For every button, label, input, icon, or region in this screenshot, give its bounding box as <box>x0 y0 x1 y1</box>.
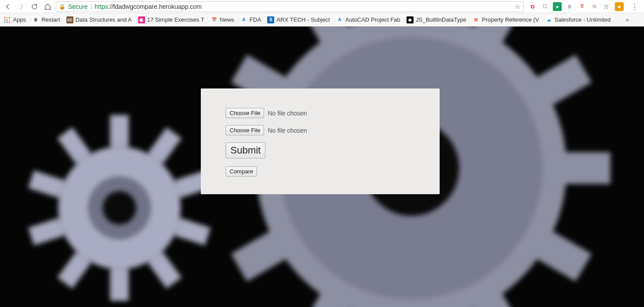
bookmark-item[interactable]: ☁Salesforce - Unlimited <box>545 16 611 23</box>
bookmark-star-icon[interactable]: ☆ <box>514 2 521 11</box>
bookmarks-bar: Apps 🗎RestartccData Structures and A◉17 … <box>0 13 644 27</box>
browser-menu-button[interactable]: ⋮ <box>628 2 641 12</box>
faint-icon[interactable]: ⧉ <box>590 2 599 11</box>
url-rest: ://fdadwgcompare.herokuapp.com <box>108 3 202 10</box>
svg-rect-33 <box>28 218 64 246</box>
svg-rect-10 <box>395 27 427 29</box>
bookmark-label: ARX TECH - Subject <box>276 16 330 23</box>
bookmark-item[interactable]: ◆JS_BuiltInDataType <box>406 16 466 23</box>
bookmark-favicon-icon: ⊞ <box>472 16 479 23</box>
bookmark-item[interactable]: ⊞Property Reference (V <box>472 16 539 23</box>
svg-point-1 <box>7 17 8 18</box>
green-square-icon[interactable]: ● <box>553 2 562 11</box>
svg-point-3 <box>4 19 6 20</box>
bookmark-item[interactable]: ccData Structures and A <box>66 16 132 23</box>
bookmark-label: Salesforce - Unlimited <box>555 16 611 23</box>
svg-point-0 <box>4 17 6 18</box>
secure-label: Secure <box>68 3 88 10</box>
page-viewport: Choose File No file chosen Choose File N… <box>0 27 644 307</box>
bookmark-item[interactable]: ◉17 Simple Exercises T <box>138 16 204 23</box>
bookmark-label: AutoCAD Project Fab <box>345 16 400 23</box>
bookmark-item[interactable]: AFDA <box>240 16 261 23</box>
bookmark-label: FDA <box>249 16 261 23</box>
bookmark-item[interactable]: 📅News <box>211 16 234 23</box>
bookmark-favicon-icon: cc <box>66 16 73 23</box>
svg-point-2 <box>9 17 10 18</box>
reload-button[interactable] <box>29 1 40 12</box>
svg-point-6 <box>4 21 6 23</box>
grey-b-icon[interactable]: B <box>565 2 574 11</box>
svg-rect-13 <box>551 152 610 184</box>
cart-icon[interactable]: 🛒 <box>602 2 611 11</box>
file-status-2: No file chosen <box>268 127 307 134</box>
bookmark-label: News <box>220 16 234 23</box>
bookmark-favicon-icon: 🗎 <box>32 16 39 23</box>
chat-icon[interactable]: ☐ <box>540 2 549 11</box>
bookmark-label: JS_BuiltInDataType <box>416 16 466 23</box>
svg-rect-26 <box>110 115 129 146</box>
submit-button[interactable]: Submit <box>226 142 265 158</box>
url-scheme: https <box>95 3 108 10</box>
bookmark-label: Data Structures and A <box>76 16 132 23</box>
bookmark-item[interactable]: SARX TECH - Subject <box>267 16 330 23</box>
bookmark-favicon-icon: ◆ <box>406 16 414 23</box>
bookmark-label: Restart <box>42 16 60 23</box>
browser-toolbar: 🔒 Secure | https://fdadwgcompare.herokua… <box>0 0 644 13</box>
upload-form: Choose File No file chosen Choose File N… <box>201 88 440 194</box>
lock-icon: 🔒 <box>59 4 65 10</box>
bookmark-item[interactable]: 🗎Restart <box>32 16 60 23</box>
svg-point-4 <box>7 19 8 20</box>
home-icon <box>44 3 51 10</box>
forward-button[interactable] <box>16 1 27 12</box>
bookmark-favicon-icon: S <box>267 16 274 23</box>
compare-button[interactable]: Compare <box>226 166 257 177</box>
apps-button[interactable]: Apps <box>4 16 26 23</box>
choose-file-button-2[interactable]: Choose File <box>226 125 264 135</box>
bookmark-favicon-icon: 📅 <box>211 16 218 23</box>
address-separator: | <box>90 3 92 10</box>
orange-square-icon[interactable]: ■ <box>615 2 624 11</box>
opera-icon[interactable]: O <box>528 2 537 11</box>
svg-point-8 <box>9 21 10 23</box>
home-button[interactable] <box>42 1 53 12</box>
reload-icon <box>31 3 38 10</box>
arrow-left-icon <box>4 3 12 10</box>
svg-point-7 <box>7 21 8 23</box>
svg-point-5 <box>9 19 10 20</box>
back-button[interactable] <box>3 1 13 12</box>
file-status-1: No file chosen <box>268 110 307 117</box>
arrow-right-icon <box>18 3 25 10</box>
choose-file-button-1[interactable]: Choose File <box>226 108 264 118</box>
bookmark-label: 17 Simple Exercises T <box>147 16 204 23</box>
bookmarks-overflow-button[interactable]: » <box>623 16 632 23</box>
svg-rect-29 <box>175 218 211 246</box>
bookmark-label: Property Reference (V <box>482 16 539 23</box>
red-dot-icon[interactable]: ⠿ <box>578 2 586 11</box>
bookmark-item[interactable]: AAutoCAD Project Fab <box>336 16 400 23</box>
svg-rect-31 <box>110 269 129 301</box>
address-bar[interactable]: 🔒 Secure | https://fdadwgcompare.herokua… <box>56 1 524 12</box>
svg-point-37 <box>103 191 136 225</box>
bookmark-favicon-icon: A <box>240 16 247 23</box>
bookmark-favicon-icon: ◉ <box>138 16 145 23</box>
small-gear-icon <box>27 115 212 301</box>
bookmark-favicon-icon: A <box>336 16 343 23</box>
svg-rect-34 <box>28 170 64 198</box>
apps-label: Apps <box>13 16 26 23</box>
bookmark-favicon-icon: ☁ <box>545 16 552 23</box>
apps-grid-icon <box>4 16 11 23</box>
extension-icons: O☐●B⠿⧉🛒■ <box>526 2 625 11</box>
